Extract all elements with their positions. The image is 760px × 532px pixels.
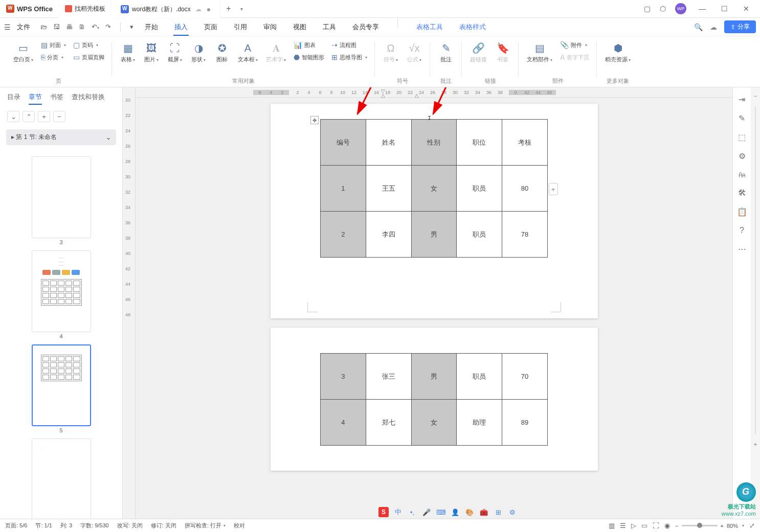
image-button[interactable]: 🖼图片▾: [141, 39, 162, 65]
settings-icon[interactable]: ⚙: [739, 151, 746, 161]
table-cell[interactable]: 89: [502, 400, 548, 446]
print-icon[interactable]: 🖶: [66, 23, 73, 31]
table-button[interactable]: ▦表格▾: [117, 39, 139, 65]
minus-icon[interactable]: −: [753, 92, 757, 100]
indent-marker-right[interactable]: △: [415, 92, 419, 98]
status-overwrite[interactable]: 改写: 关闭: [117, 522, 143, 529]
nav-section-item[interactable]: ▸ 第 1 节: 未命名 ⌄: [6, 129, 116, 145]
reading-mode-icon[interactable]: ▢: [644, 5, 651, 13]
menu-member[interactable]: 会员专享: [351, 18, 380, 36]
search-icon[interactable]: 🔍: [694, 23, 703, 31]
pagebreak-button[interactable]: ⎘分页▾: [38, 52, 69, 63]
table-header-cell[interactable]: 编号: [321, 120, 366, 166]
wordart-button[interactable]: 𝐀艺术字▾: [263, 39, 289, 65]
vertical-ruler[interactable]: 202224262830323436384042444648: [123, 87, 136, 519]
textbox-button[interactable]: A文本框▾: [235, 39, 261, 65]
table-cell[interactable]: 张三: [366, 354, 411, 400]
table-cell[interactable]: 职员: [457, 354, 502, 400]
formula-button[interactable]: √x公式▾: [404, 39, 425, 65]
user-avatar[interactable]: WP: [675, 3, 686, 14]
share-button[interactable]: ⇧ 分享: [724, 20, 756, 33]
table-cell[interactable]: 男: [411, 354, 457, 400]
table-cell[interactable]: 职员: [457, 166, 502, 212]
status-page[interactable]: 页面: 5/6: [5, 522, 27, 529]
maximize-button[interactable]: ☐: [718, 5, 731, 13]
mindmap-button[interactable]: ⊞思维导图▾: [329, 52, 370, 63]
save-icon[interactable]: 🖫: [53, 23, 60, 31]
symbol-button[interactable]: Ω符号▾: [380, 39, 401, 65]
nav-tab-find[interactable]: 查找和替换: [72, 92, 105, 105]
smartart-button[interactable]: ⬣智能图形: [291, 52, 327, 63]
status-proof[interactable]: 校对: [234, 522, 245, 529]
document-table-1[interactable]: 编号 姓名 性别 职位 考核 1 王五 女 职员 80 2 李四 男: [320, 119, 548, 258]
table-cell[interactable]: 王五: [366, 166, 411, 212]
table-move-handle[interactable]: ✥: [310, 116, 319, 124]
view-page-icon[interactable]: ▥: [609, 522, 615, 529]
nav-tab-section[interactable]: 章节: [29, 92, 42, 105]
nav-add-button[interactable]: +: [38, 111, 50, 122]
table-cell[interactable]: 郑七: [366, 400, 411, 446]
qat-customize-icon[interactable]: ▾: [130, 23, 133, 31]
cloud-icon[interactable]: ☁: [710, 23, 717, 31]
nav-up-button[interactable]: ⌃: [23, 111, 35, 122]
ime-keyboard-icon[interactable]: ⌨: [436, 507, 446, 517]
table-cell[interactable]: 女: [411, 166, 457, 212]
table-cell[interactable]: 助理: [457, 400, 502, 446]
cover-button[interactable]: ▤封面▾: [38, 39, 69, 51]
horizontal-ruler[interactable]: 642 2468101214161820222426283032343638 0…: [136, 87, 732, 98]
expand-icon[interactable]: ⇥: [739, 95, 745, 104]
file-menu[interactable]: 文件: [17, 22, 30, 32]
table-header-cell[interactable]: 考核: [502, 120, 548, 166]
app-logo[interactable]: WPS Office: [0, 0, 59, 18]
plus-icon[interactable]: +: [753, 441, 757, 448]
menu-review[interactable]: 审阅: [262, 18, 278, 36]
zoom-in-icon[interactable]: +: [721, 523, 724, 529]
undo-icon[interactable]: ↶▾: [92, 23, 99, 31]
menu-start[interactable]: 开始: [144, 18, 159, 36]
status-spellcheck[interactable]: 拼写检查: 打开 ▾: [185, 522, 226, 529]
page-thumb-5[interactable]: [32, 344, 91, 426]
shape-button[interactable]: ◑形状▾: [188, 39, 209, 65]
menu-table-style[interactable]: 表格样式: [458, 18, 487, 36]
hamburger-icon[interactable]: ☰: [4, 23, 11, 31]
table-header-cell[interactable]: 职位: [457, 120, 502, 166]
more-icon[interactable]: ⋯: [738, 244, 746, 254]
nav-collapse-button[interactable]: ⌄: [7, 111, 19, 122]
pagenum-button[interactable]: ▢页码▾: [71, 39, 107, 51]
comment-button[interactable]: ✎批注: [435, 39, 457, 65]
ime-toolbar[interactable]: S 中 •, 🎤 ⌨ 👤 🎨 🧰 ⊞ ⚙: [378, 505, 518, 519]
view-fullscreen-icon[interactable]: ⛶: [653, 522, 659, 529]
status-section[interactable]: 节: 1/1: [35, 522, 52, 529]
flowchart-button[interactable]: ⇢流程图: [329, 39, 370, 51]
headerfooter-button[interactable]: ▭页眉页脚: [71, 52, 107, 63]
nav-remove-button[interactable]: −: [53, 111, 65, 122]
zoom-out-icon[interactable]: −: [675, 523, 678, 529]
table-cell[interactable]: 70: [502, 354, 548, 400]
menu-reference[interactable]: 引用: [233, 18, 248, 36]
fit-page-icon[interactable]: ⤢: [749, 522, 755, 529]
table-header-cell[interactable]: 性别: [411, 120, 457, 166]
tools-icon[interactable]: 🛠: [738, 189, 746, 198]
ime-grid-icon[interactable]: ⊞: [493, 507, 503, 517]
menu-insert[interactable]: 插入: [173, 18, 189, 36]
help-icon[interactable]: ?: [740, 226, 744, 235]
zoom-control[interactable]: − + 80% ▾: [675, 523, 744, 529]
view-focus-icon[interactable]: ◉: [664, 522, 670, 529]
table-header-cell[interactable]: 姓名: [366, 120, 411, 166]
ime-punct-icon[interactable]: •,: [407, 507, 417, 517]
zoom-dropdown-icon[interactable]: ▾: [742, 523, 744, 528]
table-cell[interactable]: 2: [321, 212, 366, 258]
ime-user-icon[interactable]: 👤: [450, 507, 460, 517]
table-cell[interactable]: 3: [321, 354, 366, 400]
table-cell[interactable]: 4: [321, 400, 366, 446]
blank-page-button[interactable]: ▭空白页▾: [10, 39, 36, 65]
tab-document[interactable]: word教程（新）.docx ☁ ●: [111, 0, 220, 18]
tab-close-icon[interactable]: ●: [207, 5, 211, 13]
view-outline-icon[interactable]: ☰: [620, 522, 626, 529]
hyperlink-button[interactable]: 🔗超链接: [467, 39, 490, 65]
page-thumb-6[interactable]: …: [32, 438, 91, 519]
pencil-icon[interactable]: ✎: [739, 113, 745, 123]
chart-button[interactable]: 📊图表: [291, 39, 327, 51]
indent-marker-bottom[interactable]: △: [381, 92, 385, 98]
ime-skin-icon[interactable]: 🎨: [464, 507, 475, 517]
